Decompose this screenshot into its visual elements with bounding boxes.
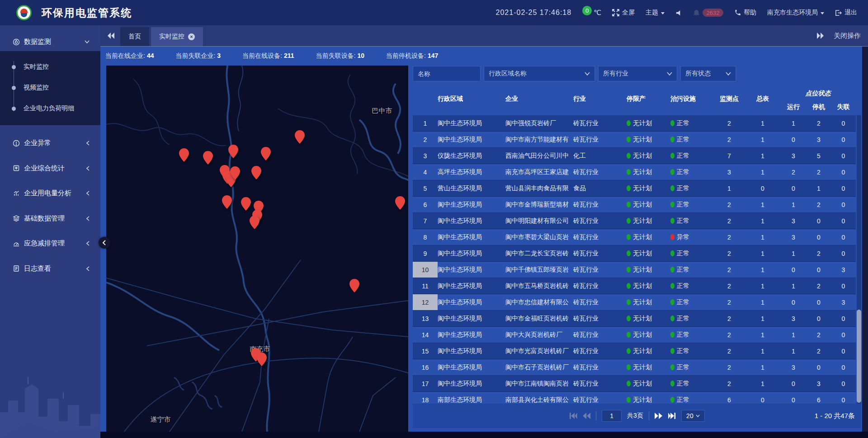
bullet-dot-icon [12,86,16,90]
page-number-input[interactable] [602,410,622,422]
monitor-points-cell: 2 [713,343,745,359]
fullscreen-button[interactable]: 全屏 [612,9,635,17]
table-row-18[interactable]: 18南部生态环境局南部县兴化土砖有限公砖瓦行业无计划正常60060 [413,392,856,404]
table-row-17[interactable]: 17阆中生态环境局阆中市江南镇阆南页岩砖瓦行业无计划正常21030 [413,376,856,392]
bottom-strip [0,432,868,438]
first-page-icon[interactable] [569,412,577,419]
name-filter-input[interactable] [413,66,481,81]
col-header-stopped: 停机 [807,99,831,115]
total-pages-label: 共3页 [627,412,643,420]
table-row-10[interactable]: 10阆中生态环境局阆中千佛镇五郎垭页岩砖瓦行业无计划正常21003 [413,262,856,278]
sidebar-item-4[interactable]: 基础数据管理 [0,206,100,231]
region-cell: 阆中生态环境局 [438,115,505,131]
map-marker-icon[interactable] [261,147,271,160]
map-marker-icon[interactable] [295,130,305,144]
logout-button[interactable]: 退出 [835,9,857,17]
stat-value: 211 [284,52,294,59]
company-stats-icon [13,165,20,172]
page-size-select[interactable]: 20 [681,410,705,422]
map-marker-icon[interactable] [395,196,405,210]
tabs-scroll-left-icon[interactable] [108,33,115,39]
table-row-6[interactable]: 6阆中生态环境局阆中市金博瑞新型墙材砖瓦行业无计划正常21120 [413,197,856,213]
sidebar-item-2[interactable]: 企业综合统计 [0,156,100,181]
table-row-7[interactable]: 7阆中生态环境局阆中明阳建材有限公司砖瓦行业无计划正常21300 [413,213,856,229]
company-table-panel: 行政区域名称 所有行业 所有状态 行政区域 企业 行 [413,66,861,428]
sidebar-item-3[interactable]: 企业用电量分析 [0,181,100,206]
table-row-13[interactable]: 13阆中生态环境局阆中市金福旺页岩机砖砖瓦行业无计划正常21300 [413,311,856,327]
notification-count-badge: 2632 [703,9,723,17]
close-operations-button[interactable]: 关闭操作 [834,32,861,40]
tabs-scroll-right-icon[interactable] [816,33,824,39]
sidebar-collapse-button[interactable] [99,237,110,249]
map-marker-icon[interactable] [251,166,261,179]
industry-cell: 砖瓦行业 [573,343,627,359]
scrollbar-thumb[interactable] [857,310,861,403]
table-row-4[interactable]: 4高坪生态环境局南充市高坪区王家店建砖瓦行业无计划正常31220 [413,164,856,180]
sidebar-item-5[interactable]: 应急减排管理 [0,231,100,256]
theme-menu[interactable]: 主题 [646,9,665,17]
notifications[interactable]: 2632 [693,9,723,17]
region-filter-select[interactable]: 行政区域名称 [484,66,595,81]
sidebar-item-1[interactable]: 企业异常 [0,131,100,156]
monitor-points-cell: 1 [713,180,745,196]
help-button[interactable]: 帮助 [734,9,756,17]
sidebar-subitem-2[interactable]: 企业电力负荷明细 [0,98,100,119]
map-marker-icon[interactable] [203,151,213,165]
table-row-1[interactable]: 1阆中生态环境局阆中强锐页岩砖厂砖瓦行业无计划正常21120 [413,115,856,132]
table-row-16[interactable]: 16阆中生态环境局阆中市石子页岩机砖厂砖瓦行业无计划正常21300 [413,359,856,376]
total-meters-cell: 1 [745,115,780,131]
org-menu[interactable]: 南充市生态环境局 [767,9,824,17]
last-page-icon[interactable] [668,412,676,419]
temperature-badge: 0 [582,6,592,15]
map-marker-icon[interactable] [250,216,259,229]
table-row-3[interactable]: 3仪陇生态环境局西南油气田分公司川中化工无计划正常71350 [413,148,856,164]
company-alert-icon [13,140,20,147]
help-label: 帮助 [744,9,756,17]
region-cell: 阆中生态环境局 [438,213,505,229]
company-cell: 阆中强锐页岩砖厂 [505,115,573,131]
map-marker-icon[interactable] [179,148,189,162]
table-row-12[interactable]: 12阆中生态环境局阆中市忠信建材有限公砖瓦行业无计划正常21003 [413,294,856,311]
map-marker-icon[interactable] [257,353,267,366]
sidebar-subitem-0[interactable]: 实时监控 [0,57,100,77]
bullet-dot-icon [12,107,16,111]
sidebar-item-0[interactable]: 数据监测 [0,33,100,51]
table-row-9[interactable]: 9阆中生态环境局阆中市二龙长宝页岩砖砖瓦行业无计划正常21120 [413,245,856,262]
monitor-points-cell: 2 [713,229,745,245]
sound-mute-button[interactable] [675,9,682,16]
map-marker-icon[interactable] [241,197,251,211]
offline-count-cell: 0 [831,115,856,131]
table-row-14[interactable]: 14阆中生态环境局阆中大兴页岩机砖厂砖瓦行业无计划正常21120 [413,327,856,343]
table-scrollbar[interactable] [857,115,861,404]
total-meters-cell: 1 [745,245,780,261]
col-header-index [413,82,438,115]
tab-1[interactable]: 实时监控× [151,27,203,46]
right-edge-strip [862,25,868,438]
status-filter-select[interactable]: 所有状态 [680,66,736,81]
region-cell: 阆中生态环境局 [438,343,505,359]
tab-label: 实时监控 [159,33,184,41]
limit-production-cell: 无计划 [627,132,670,147]
row-index: 5 [413,180,438,196]
stopped-count-cell: 0 [807,294,831,310]
map-marker-icon[interactable] [230,166,240,180]
phone-icon [734,9,741,16]
row-index: 17 [413,376,438,391]
next-page-icon[interactable] [655,412,662,419]
map-marker-icon[interactable] [349,279,359,292]
sidebar-subitem-1[interactable]: 视频监控 [0,77,100,98]
sidebar-item-6[interactable]: 日志查看 [0,256,100,282]
prev-page-icon[interactable] [583,412,590,419]
map-panel[interactable]: 巴中市南充市遂宁市 [106,66,408,432]
table-row-8[interactable]: 8阆中生态环境局阆中市枣碧大梁山页岩砖瓦行业无计划异常21300 [413,229,856,245]
table-row-11[interactable]: 11阆中生态环境局阆中市五马桥页岩机砖砖瓦行业无计划正常21120 [413,278,856,294]
table-row-15[interactable]: 15阆中生态环境局阆中市光富页岩机砖厂砖瓦行业无计划正常21120 [413,343,856,359]
table-row-5[interactable]: 5营山生态环境局营山县润丰肉食品有限食品无计划正常10010 [413,180,856,197]
map-marker-icon[interactable] [222,195,232,209]
chevron-down-icon [821,12,824,14]
map-marker-icon[interactable] [228,145,238,158]
industry-filter-select[interactable]: 所有行业 [598,66,677,81]
close-tab-icon[interactable]: × [188,33,195,40]
tab-0[interactable]: 首页 [120,27,149,46]
table-row-2[interactable]: 2阆中生态环境局阆中市南方节能建材有砖瓦行业无计划正常21030 [413,132,856,148]
